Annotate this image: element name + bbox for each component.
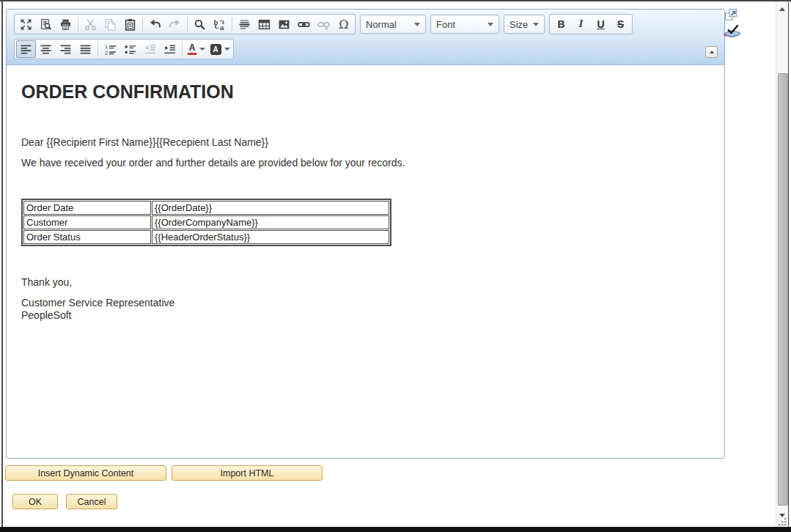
scroll-up-button[interactable] xyxy=(776,3,788,15)
closing-paragraph: Thank you, xyxy=(21,276,710,289)
window-border-top xyxy=(0,0,791,1)
chevron-down-icon xyxy=(533,23,539,26)
font-size-label: Size xyxy=(509,19,529,30)
toolbar-group-text-style: B I U S xyxy=(549,14,633,34)
window-border-bottom xyxy=(0,527,791,532)
editor-window: baΩ Normal Font Size B I U S xyxy=(0,0,791,532)
order-field-token: {{OrderCompanyName}} xyxy=(152,215,389,229)
scrollbar-thumb[interactable] xyxy=(778,73,788,506)
svg-text:2: 2 xyxy=(105,49,108,55)
find-icon[interactable] xyxy=(190,15,210,33)
replace-icon[interactable]: ba xyxy=(210,15,229,33)
print-icon[interactable] xyxy=(56,15,76,33)
order-field-token: {{OrderDate}} xyxy=(152,201,389,215)
toolbar-separator xyxy=(187,17,188,32)
align-right-icon[interactable] xyxy=(56,40,76,58)
copy-icon xyxy=(100,15,120,33)
undo-icon[interactable] xyxy=(145,15,165,33)
open-new-window-button[interactable] xyxy=(724,8,738,21)
cancel-label: Cancel xyxy=(78,497,106,507)
unlink-icon xyxy=(314,15,334,33)
preview-icon[interactable] xyxy=(36,15,56,33)
toolbar-group-main: baΩ xyxy=(14,14,356,34)
strikethrough-icon[interactable]: S xyxy=(611,15,630,33)
order-field-label: Order Date xyxy=(23,201,151,215)
maximize-icon[interactable] xyxy=(16,15,36,33)
editor-canvas[interactable]: ORDER CONFIRMATION Dear {{Recipient Firs… xyxy=(7,65,724,458)
paste-icon[interactable] xyxy=(120,15,140,33)
signature-company: PeopleSoft xyxy=(21,309,72,321)
toolbar-separator xyxy=(98,42,98,56)
order-field-token: {{HeaderOrderStatus}} xyxy=(152,230,389,244)
signature-role: Customer Service Representative xyxy=(21,297,174,309)
order-details-table: Order Date{{OrderDate}}Customer{{OrderCo… xyxy=(21,199,391,246)
paragraph-format-label: Normal xyxy=(366,19,410,30)
editor-toolbar: baΩ Normal Font Size B I U S xyxy=(7,10,724,65)
import-html-button[interactable]: Import HTML xyxy=(172,465,323,481)
spell-check-icon xyxy=(721,21,742,40)
paragraph-format-select[interactable]: Normal xyxy=(360,15,426,34)
svg-text:a: a xyxy=(220,23,224,30)
spell-check-button[interactable] xyxy=(721,21,742,40)
import-html-label: Import HTML xyxy=(221,468,274,479)
ok-label: OK xyxy=(29,497,42,507)
cancel-button[interactable]: Cancel xyxy=(66,494,117,509)
decrease-indent-icon xyxy=(140,40,160,58)
ok-button[interactable]: OK xyxy=(12,494,58,509)
toolbar-separator xyxy=(182,42,183,56)
toolbar-group-paragraph: 12AA xyxy=(14,39,234,59)
cut-icon xyxy=(81,15,100,33)
redo-icon xyxy=(165,15,185,33)
bulleted-list-icon[interactable] xyxy=(120,40,140,58)
new-window-icon xyxy=(724,8,738,22)
toolbar-separator xyxy=(232,17,232,32)
signature-paragraph: Customer Service Representative PeopleSo… xyxy=(21,297,710,322)
svg-text:b: b xyxy=(214,18,218,26)
insert-image-icon[interactable] xyxy=(274,15,294,33)
document-heading: ORDER CONFIRMATION xyxy=(21,81,710,103)
text-color-icon[interactable]: A xyxy=(185,40,208,58)
greeting-paragraph: Dear {{Recipient First Name}}{{Recepient… xyxy=(21,136,710,149)
align-left-icon[interactable] xyxy=(16,40,36,58)
chevron-down-icon xyxy=(414,23,420,26)
table-row: Order Status{{HeaderOrderStatus}} xyxy=(23,230,389,244)
window-border-left xyxy=(1,0,3,527)
horizontal-rule-icon[interactable] xyxy=(235,15,254,33)
svg-text:Ω: Ω xyxy=(339,18,348,31)
resize-grip[interactable] xyxy=(777,517,787,527)
increase-indent-icon[interactable] xyxy=(160,40,180,58)
vertical-scrollbar[interactable] xyxy=(776,1,788,527)
order-field-label: Order Status xyxy=(23,230,151,244)
chevron-up-icon xyxy=(710,51,714,53)
font-size-select[interactable]: Size xyxy=(504,15,545,34)
resize-grip-icon xyxy=(777,517,787,527)
order-field-label: Customer xyxy=(23,215,151,229)
toolbar-separator xyxy=(142,17,143,32)
font-name-select[interactable]: Font xyxy=(430,15,499,34)
toolbar-row-2: 12AA xyxy=(14,38,234,60)
intro-paragraph: We have received your order and further … xyxy=(21,157,710,169)
rich-text-editor: baΩ Normal Font Size B I U S xyxy=(6,9,725,459)
collapse-toolbar-button[interactable] xyxy=(705,46,718,58)
numbered-list-icon[interactable]: 12 xyxy=(100,40,120,58)
align-center-icon[interactable] xyxy=(36,40,56,58)
special-character-icon[interactable]: Ω xyxy=(334,15,353,33)
align-justify-icon[interactable] xyxy=(76,40,95,58)
bold-icon[interactable]: B xyxy=(551,15,571,33)
font-name-label: Font xyxy=(436,19,483,30)
link-icon[interactable] xyxy=(294,15,314,33)
toolbar-row-1: baΩ Normal Font Size B I U S xyxy=(14,13,633,35)
scroll-up-icon xyxy=(779,7,785,11)
table-row: Customer{{OrderCompanyName}} xyxy=(23,215,389,229)
italic-icon[interactable]: I xyxy=(571,15,591,33)
underline-icon[interactable]: U xyxy=(591,15,611,33)
insert-dynamic-content-button[interactable]: Insert Dynamic Content xyxy=(5,465,166,481)
toolbar-separator xyxy=(78,17,78,32)
insert-table-icon[interactable] xyxy=(254,15,274,33)
chevron-down-icon xyxy=(488,23,493,26)
insert-dynamic-content-label: Insert Dynamic Content xyxy=(38,468,134,479)
background-color-icon[interactable]: A xyxy=(208,40,232,58)
table-row: Order Date{{OrderDate}} xyxy=(23,201,389,215)
